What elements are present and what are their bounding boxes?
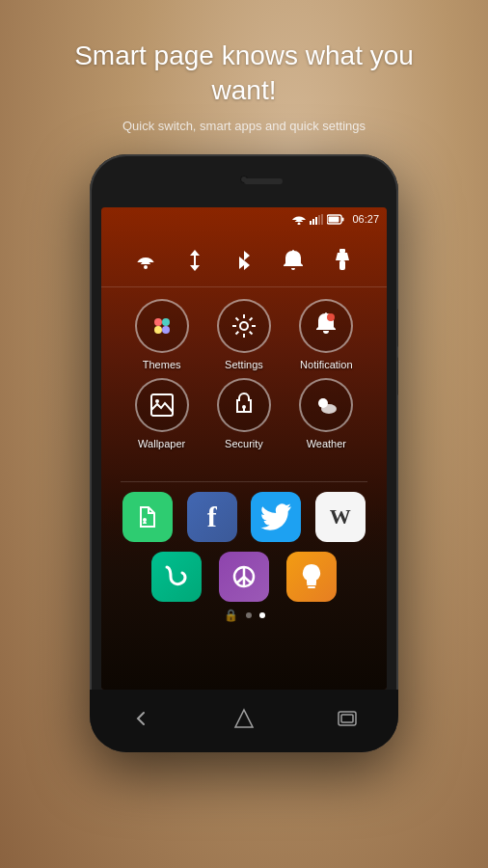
twitter-app[interactable] xyxy=(251,492,301,542)
screen-indicator: 🔒 xyxy=(101,609,387,622)
notification-label: Notification xyxy=(300,359,352,370)
svg-point-14 xyxy=(240,322,248,330)
battery-icon xyxy=(327,214,344,225)
phone-mockup: 06:27 xyxy=(90,154,398,752)
qs-bluetooth-icon[interactable] xyxy=(229,245,259,276)
svg-point-11 xyxy=(162,318,170,326)
home-button[interactable] xyxy=(225,699,263,738)
status-icons: 06:27 xyxy=(292,213,379,225)
svg-rect-9 xyxy=(339,260,345,270)
app-item-notification[interactable]: Notification xyxy=(287,299,365,370)
settings-label: Settings xyxy=(225,359,263,370)
qs-wifi-icon[interactable] xyxy=(130,245,161,276)
qs-notification-icon[interactable] xyxy=(278,245,309,276)
svg-rect-31 xyxy=(341,715,353,722)
weather-icon[interactable] xyxy=(299,378,353,432)
app-item-wallpaper[interactable]: Wallpaper xyxy=(123,378,201,449)
hero-subtitle: Quick switch, smart apps and quick setti… xyxy=(39,119,449,133)
volume-down-button xyxy=(397,357,398,395)
signal-icon xyxy=(310,214,323,225)
svg-point-17 xyxy=(155,399,159,403)
vine-app[interactable] xyxy=(151,552,202,602)
svg-rect-8 xyxy=(339,249,345,253)
wallpaper-icon[interactable] xyxy=(135,378,189,432)
app-row-2: Wallpaper Security xyxy=(121,378,367,449)
bottom-apps: f W xyxy=(101,492,387,611)
svg-rect-16 xyxy=(151,394,173,416)
app-item-themes[interactable]: Themes xyxy=(123,299,201,370)
svg-point-12 xyxy=(154,326,162,334)
wallpaper-label: Wallpaper xyxy=(138,438,185,449)
phone-screen: 06:27 xyxy=(101,207,387,690)
peace-app[interactable] xyxy=(219,552,269,602)
hero-title: Smart page knows what you want! xyxy=(39,39,449,109)
security-icon[interactable] xyxy=(217,378,271,432)
indicator-dot-1 xyxy=(246,612,252,618)
svg-point-15 xyxy=(327,313,335,321)
app-row-1: Themes Settings xyxy=(121,299,367,370)
svg-rect-2 xyxy=(315,217,317,225)
security-label: Security xyxy=(225,438,263,449)
app-grid: Themes Settings xyxy=(101,289,387,467)
quick-settings-bar[interactable] xyxy=(101,234,387,287)
themes-label: Themes xyxy=(143,359,181,370)
grid-divider xyxy=(121,481,367,482)
svg-point-22 xyxy=(143,518,147,522)
facebook-app[interactable]: f xyxy=(187,492,237,542)
hero-text-area: Smart page knows what you want! Quick sw… xyxy=(0,39,488,133)
idea-app[interactable] xyxy=(286,552,337,602)
svg-point-10 xyxy=(154,318,162,326)
evernote-app[interactable] xyxy=(122,492,173,542)
indicator-dot-2 xyxy=(259,612,265,618)
qs-flashlight-icon[interactable] xyxy=(327,245,358,276)
back-button[interactable] xyxy=(122,699,160,738)
svg-marker-29 xyxy=(235,710,253,727)
wifi-icon xyxy=(292,214,306,225)
svg-rect-7 xyxy=(329,216,339,222)
settings-icon[interactable] xyxy=(217,299,271,353)
svg-rect-19 xyxy=(243,407,245,411)
svg-rect-3 xyxy=(318,215,320,225)
wikipedia-app[interactable]: W xyxy=(315,492,366,542)
status-bar: 06:27 xyxy=(101,207,387,231)
phone-speaker xyxy=(244,178,283,184)
navigation-bar xyxy=(90,690,398,752)
svg-rect-28 xyxy=(308,586,315,588)
svg-rect-0 xyxy=(310,221,312,225)
app-item-settings[interactable]: Settings xyxy=(205,299,283,370)
recent-apps-button[interactable] xyxy=(328,699,366,738)
svg-rect-27 xyxy=(307,583,316,585)
dock-row-2 xyxy=(116,552,372,602)
svg-point-13 xyxy=(162,326,170,334)
qs-data-transfer-icon[interactable] xyxy=(179,245,210,276)
volume-up-button xyxy=(397,309,398,347)
svg-rect-6 xyxy=(342,217,344,221)
status-time: 06:27 xyxy=(352,213,379,225)
dock-row-1: f W xyxy=(116,492,372,542)
weather-label: Weather xyxy=(307,438,346,449)
svg-rect-4 xyxy=(321,214,323,225)
themes-icon[interactable] xyxy=(135,299,189,353)
svg-point-21 xyxy=(321,404,337,414)
lock-indicator: 🔒 xyxy=(224,609,238,622)
app-item-weather[interactable]: Weather xyxy=(287,378,365,449)
svg-rect-1 xyxy=(312,219,314,225)
notification-icon[interactable] xyxy=(299,299,353,353)
app-item-security[interactable]: Security xyxy=(205,378,283,449)
